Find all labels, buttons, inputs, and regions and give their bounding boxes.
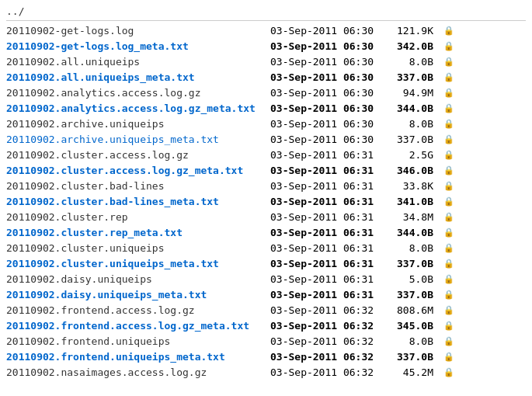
file-date: 03-Sep-2011 06:30 — [270, 56, 387, 68]
file-date: 03-Sep-2011 06:31 — [270, 258, 387, 269]
file-name[interactable]: 20110902.cluster.rep_meta.txt — [6, 227, 270, 238]
file-row: 20110902-get-logs.log03-Sep-2011 06:3012… — [0, 23, 532, 38]
file-row: 20110902.cluster.rep_meta.txt03-Sep-2011… — [0, 224, 532, 240]
file-lock-icon: 🔒 — [441, 227, 457, 238]
file-name: 20110902.archive.uniqueips — [6, 118, 270, 130]
file-date: 03-Sep-2011 06:31 — [270, 211, 387, 223]
file-date: 03-Sep-2011 06:30 — [270, 118, 387, 130]
file-size: 344.0B — [387, 102, 441, 114]
file-name: 20110902.cluster.access.log.gz — [6, 149, 270, 161]
file-link[interactable]: 20110902.cluster.rep_meta.txt — [6, 227, 183, 238]
file-lock-icon: 🔒 — [441, 211, 457, 222]
file-lock-icon: 🔒 — [441, 56, 457, 67]
file-name[interactable]: 20110902.frontend.access.log.gz_meta.txt — [6, 320, 270, 332]
file-lock-icon: 🔒 — [441, 320, 457, 331]
file-list: ../20110902-get-logs.log03-Sep-2011 06:3… — [0, 0, 532, 383]
file-date: 03-Sep-2011 06:32 — [270, 304, 387, 316]
file-link[interactable]: 20110902.cluster.uniqueips_meta.txt — [6, 258, 219, 269]
file-lock-icon: 🔒 — [441, 40, 457, 51]
file-lock-icon: 🔒 — [441, 165, 457, 175]
file-link[interactable]: 20110902.all.uniqueips_meta.txt — [6, 71, 195, 83]
file-link[interactable]: 20110902.daisy.uniqueips_meta.txt — [6, 289, 207, 300]
file-name[interactable]: 20110902.frontend.uniqueips_meta.txt — [6, 351, 270, 363]
file-name[interactable]: 20110902.daisy.uniqueips_meta.txt — [6, 289, 270, 300]
file-name[interactable]: 20110902.all.uniqueips_meta.txt — [6, 71, 270, 83]
file-row: 20110902.cluster.access.log.gz_meta.txt0… — [0, 162, 532, 178]
file-date: 03-Sep-2011 06:31 — [270, 196, 387, 207]
file-row: ../ — [0, 3, 532, 19]
file-name[interactable]: 20110902.analytics.access.log.gz_meta.tx… — [6, 102, 270, 114]
file-size: 344.0B — [387, 227, 441, 238]
file-date: 03-Sep-2011 06:30 — [270, 134, 387, 145]
file-name[interactable]: 20110902-get-logs.log_meta.txt — [6, 40, 270, 52]
file-link[interactable]: 20110902.analytics.access.log.gz_meta.tx… — [6, 102, 256, 114]
file-size: 34.8M — [387, 211, 441, 223]
file-lock-icon: 🔒 — [441, 273, 457, 284]
file-row: 20110902.cluster.uniqueips_meta.txt03-Se… — [0, 255, 532, 271]
file-size: 33.8K — [387, 180, 441, 192]
file-name: 20110902.cluster.rep — [6, 211, 270, 223]
file-name: 20110902.cluster.bad-lines — [6, 180, 270, 192]
file-row: 20110902-get-logs.log_meta.txt03-Sep-201… — [0, 38, 532, 54]
file-name: 20110902.analytics.access.log.gz — [6, 87, 270, 99]
file-row: 20110902.frontend.access.log.gz03-Sep-20… — [0, 302, 532, 318]
file-size: 341.0B — [387, 196, 441, 207]
file-row: 20110902.all.uniqueips_meta.txt03-Sep-20… — [0, 69, 532, 85]
file-lock-icon: 🔒 — [441, 134, 457, 144]
file-lock-icon: 🔒 — [441, 304, 457, 315]
file-size: 345.0B — [387, 320, 441, 332]
file-row: 20110902.archive.uniqueips_meta.txt03-Se… — [0, 131, 532, 147]
file-row: 20110902.cluster.access.log.gz03-Sep-201… — [0, 147, 532, 162]
file-date: 03-Sep-2011 06:30 — [270, 71, 387, 83]
file-lock-icon: 🔒 — [441, 102, 457, 113]
file-size: 337.0B — [387, 351, 441, 363]
file-date: 03-Sep-2011 06:30 — [270, 87, 387, 99]
file-row: 20110902.all.uniqueips03-Sep-2011 06:308… — [0, 54, 532, 69]
file-size: 8.0B — [387, 335, 441, 347]
file-name: 20110902.frontend.access.log.gz — [6, 304, 270, 316]
file-lock-icon: 🔒 — [441, 71, 457, 82]
file-name[interactable]: 20110902.archive.uniqueips_meta.txt — [6, 134, 270, 145]
file-row: 20110902.frontend.access.log.gz_meta.txt… — [0, 318, 532, 333]
file-date: 03-Sep-2011 06:32 — [270, 320, 387, 332]
file-date: 03-Sep-2011 06:31 — [270, 165, 387, 176]
file-name: 20110902.all.uniqueips — [6, 56, 270, 68]
file-size: 8.0B — [387, 56, 441, 68]
file-size: 346.0B — [387, 165, 441, 176]
file-size: 121.9K — [387, 25, 441, 36]
file-size: 45.2M — [387, 366, 441, 378]
file-row: 20110902.nasaimages.access.log.gz03-Sep-… — [0, 364, 532, 380]
file-name[interactable]: 20110902.cluster.access.log.gz_meta.txt — [6, 165, 270, 176]
file-name[interactable]: 20110902.cluster.uniqueips_meta.txt — [6, 258, 270, 269]
file-name[interactable]: ../ — [6, 5, 270, 17]
file-lock-icon: 🔒 — [441, 196, 457, 207]
file-size: 5.0B — [387, 273, 441, 285]
file-row: 20110902.cluster.bad-lines03-Sep-2011 06… — [0, 178, 532, 193]
file-date: 03-Sep-2011 06:31 — [270, 149, 387, 161]
file-date: 03-Sep-2011 06:30 — [270, 40, 387, 52]
file-lock-icon: 🔒 — [441, 87, 457, 98]
file-lock-icon: 🔒 — [441, 25, 457, 36]
file-lock-icon: 🔒 — [441, 242, 457, 253]
file-date: 03-Sep-2011 06:31 — [270, 289, 387, 300]
file-date: 03-Sep-2011 06:31 — [270, 273, 387, 285]
file-lock-icon: 🔒 — [441, 366, 457, 377]
parent-link[interactable]: ../ — [6, 5, 24, 17]
file-size: 8.0B — [387, 242, 441, 254]
file-link[interactable]: 20110902.cluster.access.log.gz_meta.txt — [6, 165, 243, 176]
file-lock-icon: 🔒 — [441, 180, 457, 191]
file-link[interactable]: 20110902.frontend.uniqueips_meta.txt — [6, 351, 225, 363]
file-name[interactable]: 20110902.cluster.bad-lines_meta.txt — [6, 196, 270, 207]
file-link[interactable]: 20110902-get-logs.log_meta.txt — [6, 40, 189, 52]
file-size: 337.0B — [387, 134, 441, 145]
file-link[interactable]: 20110902.archive.uniqueips_meta.txt — [6, 134, 219, 145]
file-row: 20110902.analytics.access.log.gz_meta.tx… — [0, 100, 532, 116]
file-link[interactable]: 20110902.frontend.access.log.gz_meta.txt — [6, 320, 249, 332]
file-date: 03-Sep-2011 06:32 — [270, 366, 387, 378]
file-lock-icon: 🔒 — [441, 351, 457, 362]
file-size: 808.6M — [387, 304, 441, 316]
file-lock-icon: 🔒 — [441, 149, 457, 160]
file-link[interactable]: 20110902.cluster.bad-lines_meta.txt — [6, 196, 219, 207]
file-date: 03-Sep-2011 06:30 — [270, 102, 387, 114]
file-name: 20110902.nasaimages.access.log.gz — [6, 366, 270, 378]
